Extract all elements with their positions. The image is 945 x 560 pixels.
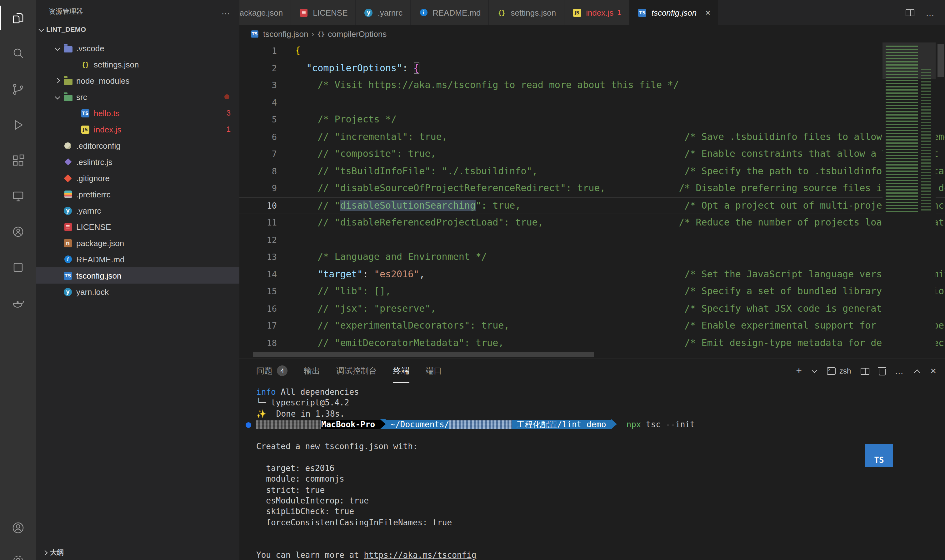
- code-line[interactable]: 17 // "experimentalDecorators": true, /*…: [239, 317, 945, 334]
- activity-lamp-button[interactable]: [0, 285, 36, 320]
- close-icon[interactable]: [705, 8, 710, 17]
- activity-search-button[interactable]: [0, 35, 36, 71]
- breadcrumb-symbol[interactable]: compilerOptions: [328, 29, 387, 38]
- terminal-text: target: es2016: [256, 463, 335, 472]
- settings-button[interactable]: [0, 544, 36, 560]
- code-line[interactable]: 9 // "disableSourceOfProjectReferenceRed…: [239, 180, 945, 197]
- tree-item-.gitignore[interactable]: .gitignore: [36, 170, 239, 186]
- terminal-profile[interactable]: zsh: [827, 367, 851, 375]
- code-text: // "tsBuildInfoFile": "./.tsbuildinfo", …: [277, 163, 945, 180]
- maximize-panel-icon[interactable]: [913, 367, 921, 375]
- tree-item-.yarnrc[interactable]: .yarnrc: [36, 202, 239, 218]
- code-line[interactable]: 4: [239, 94, 945, 111]
- code-line[interactable]: 3 /* Visit https://aka.ms/tsconfig to re…: [239, 77, 945, 94]
- code-line[interactable]: 7 // "composite": true, /* Enable constr…: [239, 146, 945, 163]
- terminal-text: All dependencies: [276, 387, 359, 397]
- tree-item-.eslintrc.js[interactable]: .eslintrc.js: [36, 154, 239, 170]
- code-token: to read more about this file */: [498, 79, 679, 91]
- activity-tool-button[interactable]: [0, 249, 36, 285]
- tree-item-.vscode[interactable]: .vscode: [36, 40, 239, 56]
- activity-source-control-button[interactable]: [0, 71, 36, 107]
- tree-item-node_modules[interactable]: node_modules: [36, 72, 239, 89]
- tree-item-.editorconfig[interactable]: .editorconfig: [36, 137, 239, 154]
- editor-tab-tsconfig.json[interactable]: tsconfig.json: [630, 0, 719, 25]
- account-button[interactable]: [0, 511, 36, 544]
- horizontal-scrollbar[interactable]: [253, 352, 594, 357]
- chevron-right-icon: [311, 29, 314, 38]
- minimap[interactable]: [882, 43, 936, 358]
- person-circle-icon: [11, 224, 26, 239]
- tree-item-src[interactable]: src: [36, 89, 239, 105]
- editor-tab-.yarnrc[interactable]: .yarnrc: [356, 0, 411, 25]
- code-line[interactable]: 10 // "disableSolutionSearching": true, …: [239, 197, 945, 214]
- code-text: // "experimentalDecorators": true, /* En…: [277, 317, 945, 334]
- more-actions-icon[interactable]: [926, 8, 935, 17]
- panel-tab-终端[interactable]: 终端: [393, 359, 409, 383]
- panel-tab-问题[interactable]: 问题4: [256, 359, 287, 383]
- link: https://aka.ms/tsconfig: [364, 550, 476, 560]
- file-label: settings.json: [94, 60, 139, 69]
- activity-extensions-button[interactable]: [0, 142, 36, 178]
- project-section-header[interactable]: LINT_DEMO: [36, 23, 239, 36]
- breadcrumb-file[interactable]: tsconfig.json: [263, 29, 308, 38]
- editor-tab-package.json[interactable]: package.json: [239, 0, 291, 25]
- code-line[interactable]: 12: [239, 231, 945, 249]
- tree-item-tsconfig.json[interactable]: tsconfig.json: [36, 267, 239, 284]
- split-editor-icon[interactable]: [906, 9, 914, 16]
- chevron-right-icon: [52, 75, 63, 86]
- code-line[interactable]: 6 // "incremental": true, /* Save .tsbui…: [239, 128, 945, 146]
- activity-remote-explorer-button[interactable]: [0, 178, 36, 214]
- code-line[interactable]: 15 // "lib": [], /* Specify a set of bun…: [239, 283, 945, 300]
- tree-item-README.md[interactable]: README.md: [36, 251, 239, 267]
- chevron-down-icon[interactable]: [811, 368, 817, 374]
- activity-live-share-button[interactable]: [0, 214, 36, 249]
- breadcrumb[interactable]: tsconfig.json compilerOptions: [239, 25, 945, 43]
- vertical-scrollbar[interactable]: [937, 45, 944, 77]
- more-actions-icon[interactable]: [895, 366, 904, 376]
- editor-tab-LICENSE[interactable]: LICENSE: [291, 0, 356, 25]
- typescript-logo: TS: [865, 444, 893, 467]
- code-line[interactable]: 8 // "tsBuildInfoFile": "./.tsbuildinfo"…: [239, 163, 945, 180]
- code-line[interactable]: 2 "compilerOptions": {: [239, 60, 945, 77]
- close-panel-icon[interactable]: [930, 365, 936, 377]
- code-line[interactable]: 18 // "emitDecoratorMetadata": true, /* …: [239, 334, 945, 352]
- code-line[interactable]: 16 // "jsx": "preserve", /* Specify what…: [239, 300, 945, 317]
- code-line[interactable]: 5 /* Projects */: [239, 111, 945, 128]
- editor-tab-index.js[interactable]: index.js1: [564, 0, 630, 25]
- activity-explorer-button[interactable]: [0, 0, 36, 35]
- line-number: 13: [239, 249, 277, 266]
- gear-icon: [11, 552, 26, 560]
- tree-item-.prettierrc[interactable]: .prettierrc: [36, 186, 239, 202]
- panel-tab-调试控制台[interactable]: 调试控制台: [336, 359, 377, 383]
- panel-tab-输出[interactable]: 输出: [304, 359, 320, 383]
- tree-item-hello.ts[interactable]: hello.ts3: [36, 105, 239, 121]
- redacted-path: [449, 420, 512, 429]
- code-token: {: [295, 45, 301, 56]
- new-terminal-icon[interactable]: [796, 365, 802, 377]
- terminal[interactable]: info All dependencies└─ typescript@5.4.2…: [239, 383, 945, 560]
- code-line[interactable]: 1{: [239, 43, 945, 60]
- panel-tab-端口[interactable]: 端口: [425, 359, 442, 383]
- code-line[interactable]: 11 // "disableReferencedProjectLoad": tr…: [239, 214, 945, 231]
- code-token: [295, 217, 318, 228]
- code-editor[interactable]: 1{2 "compilerOptions": {3 /* Visit https…: [239, 43, 945, 358]
- code-token: // "lib": [],: [318, 285, 391, 297]
- tree-item-package.json[interactable]: package.json: [36, 235, 239, 251]
- activity-run-debug-button[interactable]: [0, 107, 36, 142]
- panel-tabs: 问题4输出调试控制台终端端口: [256, 359, 458, 383]
- code-line[interactable]: 13 /* Language and Environment */: [239, 249, 945, 266]
- tree-item-index.js[interactable]: index.js1: [36, 121, 239, 137]
- tree-item-LICENSE[interactable]: LICENSE: [36, 218, 239, 235]
- tree-item-settings.json[interactable]: settings.json: [36, 56, 239, 72]
- kill-terminal-icon[interactable]: [879, 369, 885, 375]
- yarn-icon: [63, 206, 73, 215]
- editor-tab-README.md[interactable]: README.md: [411, 0, 489, 25]
- more-actions-icon[interactable]: [221, 6, 231, 16]
- extensions-icon: [11, 153, 26, 168]
- outline-section[interactable]: 大纲: [36, 545, 239, 560]
- tree-item-yarn.lock[interactable]: yarn.lock: [36, 284, 239, 300]
- code-line[interactable]: 14 "target": "es2016", /* Set the JavaSc…: [239, 266, 945, 283]
- activity-bar: [0, 0, 36, 560]
- split-terminal-icon[interactable]: [860, 368, 869, 374]
- editor-tab-settings.json[interactable]: settings.json: [489, 0, 564, 25]
